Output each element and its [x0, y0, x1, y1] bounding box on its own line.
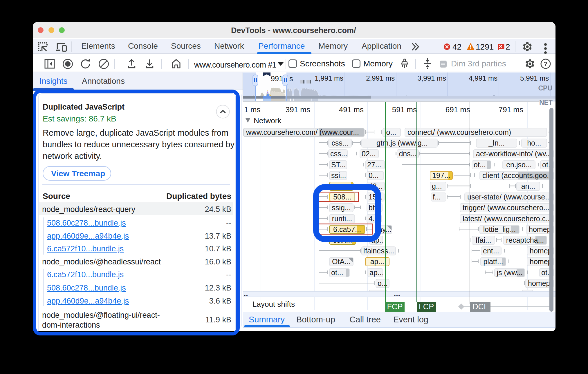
svg-text:?: ? — [544, 60, 547, 68]
